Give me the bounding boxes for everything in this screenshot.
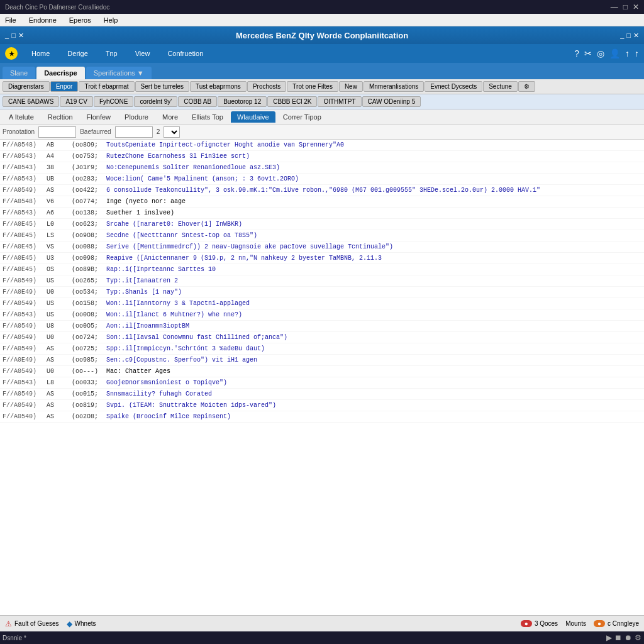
btn-a19cv[interactable]: A19 CV (60, 96, 92, 107)
subtab-flonfew[interactable]: Flonfew (80, 111, 118, 123)
app-minimize[interactable]: _ (5, 31, 9, 40)
subtab-elliats[interactable]: Elliats Top (186, 111, 230, 123)
row-code2: (oo2O8; (72, 412, 106, 421)
row-id: F//A0549) (3, 299, 47, 308)
row-code1: U3 (47, 253, 72, 263)
btn-bueo[interactable]: Bueotorop 12 (218, 96, 267, 107)
subtab-correr[interactable]: Correr Tipop (277, 111, 328, 123)
qoces-label: 3 Qoces (535, 620, 558, 627)
btn-cbbb[interactable]: CBBB ECl 2K (267, 96, 317, 107)
nav-target-icon[interactable]: ◎ (597, 48, 604, 58)
search-input-2[interactable] (115, 126, 153, 138)
taskbar-stop-icon[interactable]: ⏹ (614, 633, 622, 642)
nav-user-icon[interactable]: 👤 (609, 48, 620, 58)
nav-confruetion[interactable]: Confruetion (164, 47, 207, 60)
nav-cut-icon[interactable]: ✂ (584, 48, 592, 58)
window-title-left: Deach Cinc Po Dafnerser Coralliedoc (5, 4, 109, 11)
taskbar-label: Dsnnie * (3, 635, 26, 641)
nav-derige[interactable]: Derige (64, 47, 91, 60)
taskbar-play-icon[interactable]: ▶ (606, 633, 612, 642)
nav-help-icon[interactable]: ? (574, 48, 579, 58)
minimize-button[interactable]: — (611, 3, 618, 11)
app-maximize[interactable]: □ (11, 31, 16, 40)
menu-file[interactable]: File (3, 15, 19, 25)
menu-eperos[interactable]: Eperos (67, 15, 94, 25)
status-fault[interactable]: ⚠ Fault of Gueses (5, 619, 59, 628)
cnngleye-label: c Cnngleye (608, 620, 639, 627)
btn-oithmtpt[interactable]: OITHMTPT (318, 96, 361, 107)
btn-cane[interactable]: CANE 6ADAWS (3, 96, 59, 107)
app-min-right[interactable]: _ (620, 31, 624, 40)
taskbar-record-icon[interactable]: ⏺ (625, 633, 632, 642)
subtab-recltion[interactable]: Recltion (42, 111, 79, 123)
status-cnngleye[interactable]: ● c Cnngleye (594, 620, 639, 627)
table-row: F//A0549) AS (oo015; Snnsmacility? fuhag… (0, 389, 644, 400)
app-max-right[interactable]: □ (626, 31, 631, 40)
btn-new[interactable]: New (339, 81, 363, 92)
nav-view[interactable]: View (131, 47, 154, 60)
row-code2: (oo774; (72, 197, 106, 206)
btn-cordelnt[interactable]: cordelnt 9y' (134, 96, 177, 107)
qoces-badge: ● (521, 620, 532, 627)
subtab-more[interactable]: More (156, 111, 184, 123)
mounts-label: Mounts (565, 620, 586, 627)
row-code1: US (47, 299, 72, 308)
btn-cobb[interactable]: COBB AB (178, 96, 217, 107)
btn-mnmer[interactable]: Mnmeranlisations (364, 81, 424, 92)
menu-help[interactable]: Help (101, 15, 121, 25)
status-whnets[interactable]: ◆ Whnets (67, 619, 96, 628)
nav-up2-icon[interactable]: ↑ (635, 48, 639, 58)
toolbar-secondary: CANE 6ADAWS A19 CV FyhCONE cordelnt 9y' … (0, 94, 644, 109)
row-desc: Serive ([Menttinmmedrcf)) 2 neav-Uagnsoi… (106, 242, 641, 252)
table-row: F//A0549) US (oo265; Typ:.it[Ianaatren 2 (0, 275, 644, 287)
subtab-wlautlaive[interactable]: Wlautlaive (231, 111, 275, 123)
btn-evnect[interactable]: Evnect Dycsects (425, 81, 482, 92)
row-code1: AS (47, 401, 72, 410)
search-bar: Pronotation Baefaurred 2 (0, 125, 644, 140)
row-desc: Spp:.il[Inmpiccyn.'Schrtónt 3 %adeBu dau… (106, 344, 641, 353)
app-close[interactable]: ✕ (18, 31, 24, 40)
app-close-right[interactable]: ✕ (633, 31, 639, 40)
btn-fyhcone[interactable]: FyhCONE (94, 96, 134, 107)
nav-up1-icon[interactable]: ↑ (625, 48, 630, 58)
close-button[interactable]: ✕ (633, 3, 639, 11)
status-qoces[interactable]: ● 3 Qoces (521, 620, 558, 627)
row-code1: VS (47, 242, 72, 252)
row-code1: AS (47, 412, 72, 421)
row-desc: Mac: Chatter Ages (106, 367, 641, 376)
search-input-1[interactable] (38, 126, 76, 138)
tab-sperifications[interactable]: Sperifications ▼ (86, 67, 152, 79)
table-row: F//A0E45) LS (oo9O8; Secdne ([Nectttannr… (0, 230, 644, 242)
tab-slane[interactable]: Slane (3, 67, 35, 79)
btn-settings[interactable]: ⚙ (518, 81, 535, 92)
row-desc: Son:.il[Iavsal Conowmnu fast Chillined o… (106, 333, 641, 342)
row-id: F//A0543) (3, 174, 47, 184)
btn-trot[interactable]: Trot one Filtes (287, 81, 338, 92)
row-code1: AS (47, 389, 72, 399)
btn-tust[interactable]: Tust ebaprmons (190, 81, 247, 92)
row-code1: V6 (47, 197, 72, 206)
taskbar-settings-icon[interactable]: ⚙ (635, 633, 641, 642)
fault-label: Fault of Gueses (14, 620, 59, 627)
tab-daecrispe[interactable]: Daecrispe (36, 67, 85, 79)
subtab-aitelute[interactable]: A Itelute (3, 111, 40, 123)
maximize-button[interactable]: □ (623, 3, 628, 11)
menu-endonne[interactable]: Endonne (26, 15, 59, 25)
status-mounts[interactable]: Mounts (565, 620, 586, 627)
subtab-plodure[interactable]: Plodure (118, 111, 155, 123)
search-dropdown[interactable] (164, 126, 180, 138)
btn-enpor[interactable]: Enpor (50, 81, 79, 92)
btn-troit[interactable]: Troit f ebaprmat (79, 81, 134, 92)
btn-sert[interactable]: Sert be turreles (135, 81, 189, 92)
row-code2: (oo985; (72, 355, 106, 365)
btn-diagrenstars[interactable]: Diagrenstars (3, 81, 50, 92)
btn-sectune[interactable]: Sectune (483, 81, 518, 92)
nav-home[interactable]: Home (28, 47, 53, 60)
nav-tnp[interactable]: Tnp (102, 47, 121, 60)
btn-prochosts[interactable]: Prochosts (247, 81, 286, 92)
btn-caw[interactable]: CAW ODeniinp 5 (362, 96, 421, 107)
row-code2: (oo725; (72, 344, 106, 353)
table-row: F//A0549) U0 (oo724; Son:.il[Iavsal Cono… (0, 332, 644, 343)
row-code1: U0 (47, 367, 72, 376)
row-id: F//A0549) (3, 186, 47, 195)
